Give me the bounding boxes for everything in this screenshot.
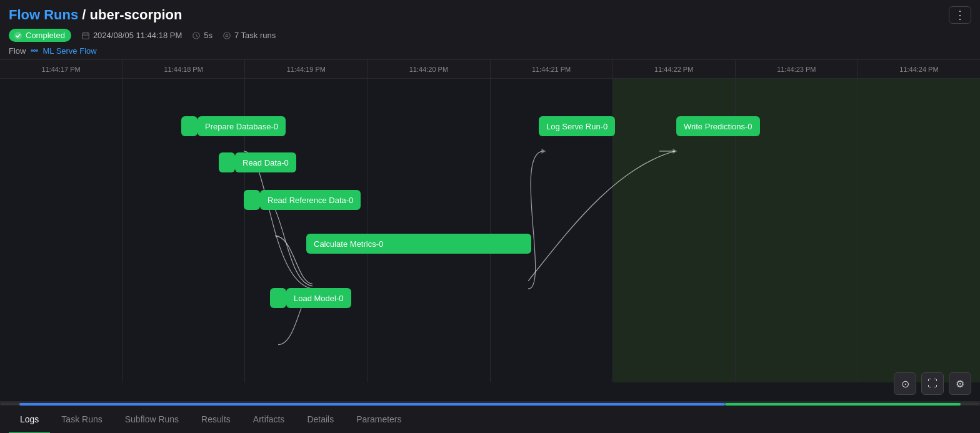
flow-name-link[interactable]: ML Serve Flow <box>29 46 96 56</box>
tab-task-runs[interactable]: Task Runs <box>50 406 113 434</box>
svg-point-0 <box>14 31 22 39</box>
nodes-area: Prepare Database-0 Read Data-0 Read Refe… <box>0 79 980 382</box>
svg-point-9 <box>226 34 228 37</box>
tab-artifacts[interactable]: Artifacts <box>242 406 296 434</box>
task-load-model[interactable]: Load Model-0 <box>286 288 351 308</box>
timeline-container: 11:44:17 PM 11:44:18 PM 11:44:19 PM 11:4… <box>0 59 980 402</box>
scrollbar-row[interactable] <box>0 402 980 406</box>
meta-row: Completed 2024/08/05 11:44:18 PM 5s <box>9 29 971 42</box>
time-label-1: 11:44:18 PM <box>122 60 245 78</box>
time-label-3: 11:44:20 PM <box>368 60 490 78</box>
target-button[interactable]: ⊙ <box>894 372 916 395</box>
bottom-tabs: Logs Task Runs Subflow Runs Results Arti… <box>0 406 980 433</box>
svg-point-8 <box>224 32 231 39</box>
settings-icon: ⚙ <box>956 378 964 390</box>
scrollbar-track <box>0 402 980 405</box>
task-load-model-indicator <box>270 288 286 308</box>
calendar-icon <box>81 31 90 40</box>
expand-button[interactable]: ⛶ <box>921 372 944 395</box>
svg-rect-1 <box>82 32 89 39</box>
task-calculate-metrics[interactable]: Calculate Metrics-0 <box>306 234 531 254</box>
tab-subflow-runs[interactable]: Subflow Runs <box>114 406 190 434</box>
tab-details[interactable]: Details <box>296 406 345 434</box>
task-log-serve-run[interactable]: Log Serve Run-0 <box>539 116 615 136</box>
time-labels: 11:44:17 PM 11:44:18 PM 11:44:19 PM 11:4… <box>0 60 980 79</box>
flow-icon <box>29 46 39 56</box>
scrollbar-thumb-blue <box>19 403 725 406</box>
run-name: uber-scorpion <box>90 7 182 22</box>
time-label-4: 11:44:21 PM <box>491 60 613 78</box>
time-label-5: 11:44:22 PM <box>613 60 736 78</box>
task-prepare-database[interactable]: Prepare Database-0 <box>198 116 286 136</box>
flow-runs-link[interactable]: Flow Runs <box>9 7 78 22</box>
task-read-data-indicator <box>219 152 235 172</box>
date-meta: 2024/08/05 11:44:18 PM <box>81 31 182 40</box>
svg-line-7 <box>196 36 198 36</box>
task-write-predictions[interactable]: Write Predictions-0 <box>676 116 760 136</box>
duration-meta: 5s <box>192 31 212 40</box>
svg-point-11 <box>36 49 38 52</box>
target-icon: ⊙ <box>901 378 909 390</box>
settings-button[interactable]: ⚙ <box>949 372 971 395</box>
title-separator: / <box>82 7 89 22</box>
time-label-6: 11:44:23 PM <box>736 60 858 78</box>
time-label-7: 11:44:24 PM <box>858 60 980 78</box>
status-badge: Completed <box>9 29 71 42</box>
task-prepare-database-indicator <box>181 116 198 136</box>
expand-icon: ⛶ <box>928 378 938 389</box>
scrollbar-thumb-green <box>725 403 960 406</box>
task-read-reference-indicator <box>244 190 260 210</box>
task-read-reference[interactable]: Read Reference Data-0 <box>260 190 361 210</box>
task-icon <box>222 31 231 40</box>
task-runs-meta: 7 Task runs <box>222 31 276 40</box>
svg-point-10 <box>31 49 33 52</box>
page-title: Flow Runs / uber-scorpion <box>9 7 182 23</box>
tab-logs[interactable]: Logs <box>9 406 50 434</box>
time-label-2: 11:44:19 PM <box>245 60 368 78</box>
time-label-0: 11:44:17 PM <box>0 60 122 78</box>
task-read-data[interactable]: Read Data-0 <box>235 152 296 172</box>
tab-parameters[interactable]: Parameters <box>345 406 412 434</box>
flow-link-row: Flow ML Serve Flow <box>9 46 971 56</box>
more-options-button[interactable]: ⋮ <box>949 6 971 24</box>
clock-icon <box>192 31 201 40</box>
timeline-controls: ⊙ ⛶ ⚙ <box>894 372 971 395</box>
check-icon <box>14 31 22 40</box>
title-row: Flow Runs / uber-scorpion ⋮ <box>9 6 971 24</box>
tab-results[interactable]: Results <box>190 406 242 434</box>
header: Flow Runs / uber-scorpion ⋮ Completed 20… <box>0 0 980 59</box>
